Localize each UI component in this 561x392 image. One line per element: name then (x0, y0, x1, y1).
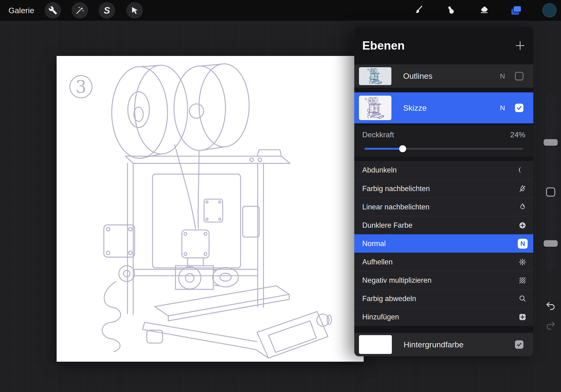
panel-title: Ebenen (362, 39, 405, 52)
layer-thumbnail[interactable] (359, 67, 391, 85)
undo-icon (545, 300, 556, 311)
layers-icon (510, 4, 522, 16)
eraser-icon (479, 5, 489, 15)
drawing-canvas[interactable] (57, 56, 364, 362)
brush-tool-button[interactable] (410, 2, 426, 19)
wrench-icon (48, 6, 57, 15)
smudge-finger-icon (446, 5, 456, 15)
layers-panel-header: Ebenen (354, 27, 533, 64)
linear-burn-icon (518, 203, 527, 211)
opacity-value: 24% (510, 131, 525, 139)
layer-row-outlines[interactable]: Outlines N (354, 64, 533, 88)
check-icon (516, 105, 522, 111)
darken-moon-icon (518, 166, 527, 174)
background-visibility-checkbox[interactable] (515, 340, 523, 349)
add-icon (518, 313, 527, 321)
transform-button[interactable] (126, 2, 143, 19)
layer-visibility-checkbox[interactable] (515, 104, 523, 112)
background-color-thumbnail[interactable] (359, 335, 392, 354)
opacity-slider-thumb[interactable] (399, 145, 406, 152)
add-layer-button[interactable] (513, 39, 527, 53)
magic-wand-icon (76, 6, 84, 15)
undo-button[interactable] (545, 300, 556, 311)
blend-mode-darker-color[interactable]: Dunklere Farbe (354, 216, 533, 234)
layer-blend-badge[interactable]: N (500, 104, 505, 112)
brush-icon (413, 5, 423, 15)
layer-blend-badge[interactable]: N (500, 72, 505, 80)
brush-size-slider[interactable] (544, 139, 558, 146)
blend-mode-linear-burn[interactable]: Linear nachbelichten (354, 198, 533, 216)
plus-icon (515, 41, 525, 51)
blend-mode-add[interactable]: Hinzufügen (354, 308, 533, 326)
layer-name: Hintergrundfarbe (404, 340, 464, 349)
actions-button[interactable] (45, 2, 61, 19)
opacity-section: Deckkraft 24% (354, 125, 533, 157)
opacity-slider[interactable] (365, 148, 523, 150)
gallery-button[interactable]: Galerie (9, 0, 34, 21)
blend-mode-color-dodge[interactable]: Farbig abwedeln (354, 289, 533, 308)
opacity-slider-fill (365, 148, 403, 150)
adjustments-button[interactable] (72, 2, 88, 19)
printer-sketch-artwork (57, 56, 364, 362)
layer-row-skizze[interactable]: Skizze N (354, 92, 533, 123)
modify-button[interactable] (546, 187, 555, 196)
selection-icon: S (104, 5, 110, 16)
normal-badge-icon: N (518, 239, 528, 249)
selection-button[interactable]: S (99, 2, 115, 19)
lighten-sun-icon (518, 258, 527, 266)
darker-color-icon (518, 221, 527, 230)
check-icon (516, 341, 522, 348)
layer-name: Outlines (403, 71, 432, 81)
top-toolbar: Galerie S (0, 0, 561, 21)
redo-icon (545, 320, 556, 331)
layer-name: Skizze (403, 103, 427, 113)
background-color-row[interactable]: Hintergrundfarbe (354, 333, 533, 356)
blend-mode-lighten[interactable]: Aufhellen (354, 253, 533, 271)
blend-mode-color-burn[interactable]: Farbig nachbelichten (354, 179, 533, 198)
opacity-label: Deckkraft (362, 131, 394, 139)
blend-mode-normal[interactable]: Normal N (354, 234, 533, 253)
color-burn-icon (518, 185, 527, 193)
brush-opacity-slider[interactable] (544, 240, 558, 247)
layer-visibility-checkbox[interactable] (515, 72, 523, 80)
color-dodge-icon (518, 294, 527, 303)
screen-hatch-icon (518, 276, 527, 285)
layer-thumbnail[interactable] (359, 96, 391, 120)
blend-mode-list: Abdunkeln Farbig nachbelichten Linear na… (354, 161, 533, 326)
active-color-button[interactable] (542, 3, 557, 17)
blend-mode-screen[interactable]: Negativ multiplizieren (354, 271, 533, 289)
layers-panel: Ebenen Outlines N Skizze N Deckkraft (354, 27, 533, 356)
redo-button[interactable] (545, 320, 556, 331)
smudge-tool-button[interactable] (442, 2, 459, 19)
layers-tool-button[interactable] (508, 2, 524, 19)
transform-arrow-icon (130, 6, 139, 15)
blend-mode-darken[interactable]: Abdunkeln (354, 161, 533, 179)
eraser-tool-button[interactable] (475, 2, 492, 19)
